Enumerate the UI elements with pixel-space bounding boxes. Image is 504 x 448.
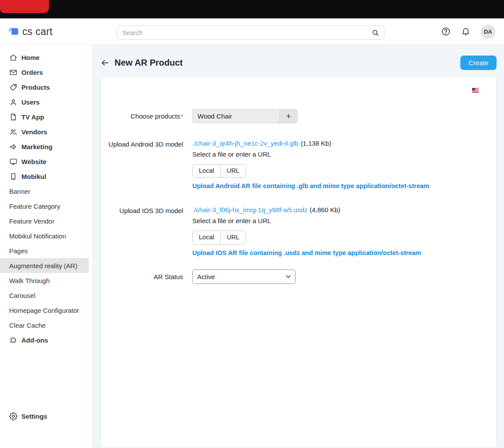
tv-app-icon [9,113,17,121]
topbar-actions: DA [441,24,496,39]
search-input[interactable] [117,25,385,40]
sidebar-item-settings[interactable]: Settings [0,409,93,424]
cscart-logo-icon [8,26,19,37]
sidebar-item-label: Marketing [21,143,52,150]
sidebar-item-label: Carousel [9,292,35,299]
search-bar [117,25,385,40]
website-icon [9,158,17,166]
ios-file-hint: Upload IOS AR file containing .usdz and … [192,249,496,256]
android-file-helper: Select a file or enter a URL [192,150,496,158]
notifications-bell-icon[interactable] [461,27,470,36]
mobikul-icon [9,172,17,181]
sidebar-item-orders[interactable]: Orders [0,65,93,80]
sidebar-item-users[interactable]: Users [0,94,93,109]
android-model-label: Upload Android 3D model [101,139,183,189]
sidebar-item-homepage-configurator[interactable]: Homepage Configurator [0,303,93,318]
red-logo-shape [0,0,49,13]
android-file-size: (1,138 Kb) [301,140,331,147]
sidebar-item-label: Walk Through [9,277,50,284]
page-title: New AR Product [115,58,183,68]
choose-products-row: Choose products* Wood Chair + [101,109,496,123]
form-card: Choose products* Wood Chair + Upload And… [101,76,497,448]
sidebar-nav: HomeOrdersProductsUsersTV AppVendorsMark… [0,50,93,347]
sidebar-item-vendors[interactable]: Vendors [0,124,93,139]
add-product-button[interactable]: + [279,109,297,123]
android-file-hint: Upload Android AR file containing .glb a… [192,182,496,189]
sidebar-item-clear-cache[interactable]: Clear Cache [0,318,93,332]
required-asterisk: * [181,112,183,120]
brand-text: cs cart [22,26,52,38]
sidebar: HomeOrdersProductsUsersTV AppVendorsMark… [0,45,93,448]
sidebar-item-mobikul-notification[interactable]: Mobikul Notification [0,228,93,243]
ar-status-label: AR Status [101,270,183,284]
orders-icon [9,68,17,77]
page-header: New AR Product Create [93,45,504,76]
sidebar-item-marketing[interactable]: Marketing [0,139,93,154]
sidebar-item-banner[interactable]: Banner [0,184,93,199]
sidebar-item-label: Orders [21,69,43,76]
ios-source-toggle: Local URL [192,231,246,244]
choose-products-label: Choose products* [101,109,183,123]
back-arrow-icon[interactable] [101,58,110,67]
ios-local-button[interactable]: Local [192,231,221,244]
android-local-button[interactable]: Local [192,164,221,178]
ios-model-row: Upload IOS 3D model ./chair-3_f06j-hx_im… [101,205,496,256]
sidebar-item-home[interactable]: Home [0,50,93,65]
sidebar-item-label: TV App [21,113,44,121]
ios-file-helper: Select a file or enter a URL [192,217,496,224]
sidebar-item-label: Mobikul [21,173,46,180]
android-file-link[interactable]: ./chair-3_qr4h-jh_ne1c-2v_yedi-il.glb [192,140,299,147]
sidebar-item-website[interactable]: Website [0,154,93,169]
sidebar-item-label: Add-ons [21,336,48,344]
sidebar-item-label: Home [21,54,40,61]
sidebar-item-label: Augmented reality (AR) [9,262,77,270]
ios-file-size: (4,860 Kb) [309,206,340,214]
products-icon [9,83,17,91]
help-icon[interactable] [441,27,451,36]
create-button[interactable]: Create [460,56,497,70]
brand-logo[interactable]: cs cart [8,26,52,38]
sidebar-item-label: Products [21,84,50,91]
vendors-icon [9,128,17,136]
sidebar-item-carousel[interactable]: Carousel [0,288,93,303]
sidebar-item-feature-vendor[interactable]: Feature Vendor [0,214,93,228]
ios-model-label: Upload IOS 3D model [101,205,183,256]
browser-top-strip [0,0,504,18]
product-picker-value[interactable]: Wood Chair [193,109,279,123]
ios-url-button[interactable]: URL [220,231,246,244]
gear-icon [9,412,17,420]
topbar: cs cart DA [0,18,504,45]
sidebar-item-feature-category[interactable]: Feature Category [0,199,93,214]
sidebar-item-mobikul[interactable]: Mobikul [0,169,93,184]
home-icon [9,53,17,62]
sidebar-item-pages[interactable]: Pages [0,243,93,258]
search-icon[interactable] [370,27,381,38]
sidebar-item-add-ons[interactable]: Add-ons [0,332,93,347]
sidebar-item-label: Pages [9,247,28,255]
sidebar-item-augmented-reality-ar[interactable]: Augmented reality (AR) [0,258,89,273]
sidebar-item-label: Users [21,98,40,106]
ar-status-select[interactable]: Active [192,270,295,284]
main-content: New AR Product Create Choose produ [93,45,504,448]
users-icon [9,98,17,106]
product-picker: Wood Chair + [192,109,298,123]
us-flag-icon[interactable] [472,88,479,93]
ar-status-value: Active [197,273,215,280]
sidebar-item-label: Homepage Configurator [9,307,79,314]
ios-file-line: ./chair-3_f06j-hx_imrg-1q_y98f-w5.usdz(4… [192,205,496,214]
ios-file-link[interactable]: ./chair-3_f06j-hx_imrg-1q_y98f-w5.usdz [192,206,307,214]
sidebar-item-products[interactable]: Products [0,80,93,94]
sidebar-item-tv-app[interactable]: TV App [0,109,93,124]
android-url-button[interactable]: URL [220,164,246,178]
sidebar-item-label: Vendors [21,128,47,136]
sidebar-item-walk-through[interactable]: Walk Through [0,273,93,288]
ar-status-row: AR Status Active [101,270,496,284]
sidebar-item-label: Clear Cache [9,322,45,329]
sidebar-item-label: Website [21,158,46,165]
android-file-line: ./chair-3_qr4h-jh_ne1c-2v_yedi-il.glb(1,… [192,139,496,148]
sidebar-item-label: Feature Category [9,203,60,210]
sidebar-item-label: Banner [9,188,30,195]
avatar[interactable]: DA [481,24,495,39]
android-model-row: Upload Android 3D model ./chair-3_qr4h-j… [101,139,496,189]
sidebar-item-label: Settings [21,413,47,420]
